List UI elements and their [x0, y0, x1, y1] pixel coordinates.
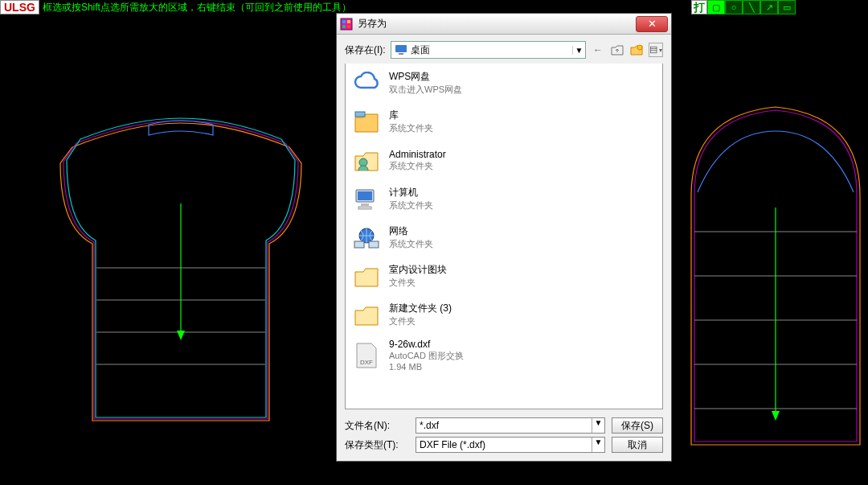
svg-rect-24: [355, 112, 365, 117]
svg-rect-15: [347, 20, 350, 23]
svg-rect-29: [358, 207, 371, 209]
rect-tool-icon[interactable]: ▢: [707, 0, 725, 14]
dxf-file-icon: DXF: [352, 341, 381, 370]
svg-rect-16: [342, 25, 346, 28]
chevron-down-icon[interactable]: ▼: [592, 418, 604, 433]
svg-rect-28: [361, 203, 369, 206]
circle-tool-icon[interactable]: ○: [725, 0, 743, 14]
chevron-down-icon[interactable]: ▼: [572, 46, 585, 55]
select-tool-icon[interactable]: ▭: [778, 0, 796, 14]
list-item[interactable]: 库系统文件夹: [346, 102, 662, 141]
dialog-titlebar[interactable]: 另存为 ✕: [337, 14, 671, 35]
svg-marker-12: [772, 411, 780, 421]
pattern-right: [683, 91, 868, 469]
back-icon[interactable]: ←: [591, 43, 605, 57]
desktop-icon: [395, 44, 407, 55]
line-tool-icon[interactable]: ╲: [743, 0, 760, 14]
chevron-down-icon[interactable]: ▼: [592, 438, 604, 452]
svg-rect-17: [347, 25, 350, 28]
app-brand: ULSG: [0, 0, 39, 14]
folder-icon: [352, 261, 381, 290]
filename-field[interactable]: ▼: [416, 417, 605, 434]
list-item[interactable]: Administrator系统文件夹: [346, 141, 662, 179]
hint-text: 框选或按Shift点选所需放大的区域，右键结束（可回到之前使用的工具）: [43, 1, 351, 14]
file-list[interactable]: WPS网盘双击进入WPS网盘 库系统文件夹 Administrator系统文件夹…: [345, 64, 663, 409]
list-item[interactable]: DXF 9-26w.dxfAutoCAD 图形交换1.94 MB: [346, 334, 662, 376]
up-folder-icon[interactable]: [610, 43, 624, 57]
wps-cloud-icon: [352, 68, 381, 97]
list-item[interactable]: 计算机系统文件夹: [346, 179, 662, 218]
cancel-button[interactable]: 取消: [612, 437, 663, 453]
svg-rect-18: [395, 45, 407, 52]
pattern-left: [28, 99, 334, 445]
list-item[interactable]: 新建文件夹 (3)文件夹: [346, 295, 662, 334]
save-in-combo[interactable]: ▼: [391, 41, 586, 59]
list-item[interactable]: WPS网盘双击进入WPS网盘: [346, 64, 662, 102]
close-button[interactable]: ✕: [636, 16, 668, 32]
tool-strip: 打 ▢ ○ ╲ ↗ ▭: [691, 0, 796, 14]
library-icon: [352, 107, 381, 136]
svg-marker-5: [177, 331, 185, 340]
svg-rect-14: [342, 20, 346, 23]
move-tool-icon[interactable]: ↗: [760, 0, 778, 14]
save-in-value[interactable]: [411, 44, 572, 55]
network-icon: [352, 223, 381, 252]
filename-input[interactable]: [416, 418, 592, 433]
svg-text:DXF: DXF: [360, 359, 373, 366]
save-button[interactable]: 保存(S): [612, 417, 663, 434]
list-item[interactable]: 网络系统文件夹: [346, 218, 662, 257]
filetype-input[interactable]: [416, 438, 592, 452]
filetype-label: 保存类型(T):: [345, 438, 409, 452]
list-item[interactable]: 室内设计图块文件夹: [346, 257, 662, 295]
svg-rect-31: [354, 241, 364, 248]
filetype-field[interactable]: ▼: [416, 437, 605, 453]
svg-rect-32: [369, 241, 379, 248]
svg-rect-19: [399, 53, 403, 55]
svg-rect-21: [651, 47, 657, 53]
user-folder-icon: [352, 146, 381, 175]
new-folder-icon[interactable]: [629, 43, 644, 57]
svg-rect-27: [358, 191, 372, 200]
tool-label[interactable]: 打: [691, 0, 707, 14]
svg-point-20: [637, 45, 642, 50]
save-in-label: 保存在(I):: [345, 43, 386, 57]
view-menu-icon[interactable]: ▾: [649, 43, 663, 57]
filename-label: 文件名(N):: [345, 419, 409, 433]
computer-icon: [352, 184, 381, 213]
app-icon: [340, 18, 353, 31]
folder-icon: [352, 300, 381, 329]
save-as-dialog: 另存为 ✕ 保存在(I): ▼ ← ▾ WPS网盘双击进入WPS网盘: [336, 13, 672, 462]
dialog-title: 另存为: [358, 17, 387, 31]
